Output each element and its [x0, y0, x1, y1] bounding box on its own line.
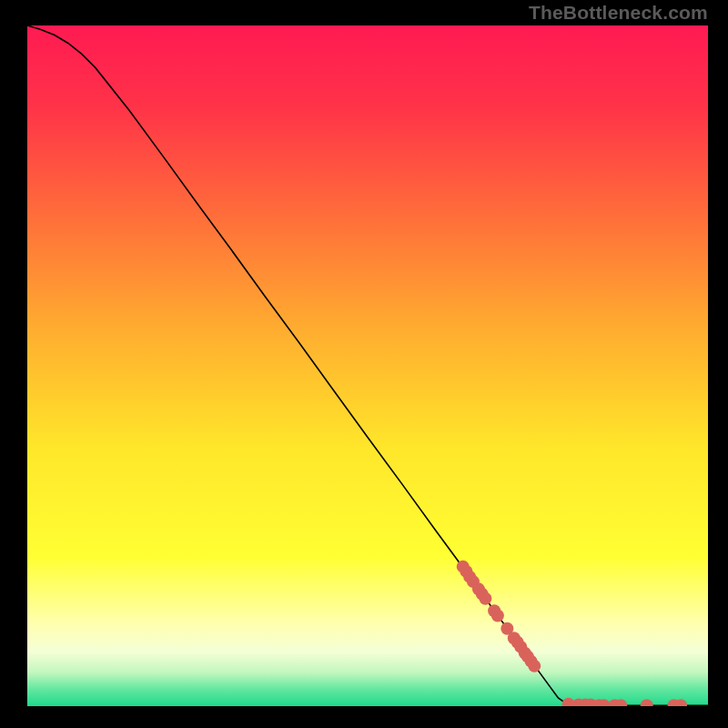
chart-svg: [27, 25, 708, 706]
data-marker: [479, 592, 491, 605]
data-marker: [528, 660, 541, 672]
attribution-text: TheBottleneck.com: [529, 2, 708, 24]
gradient-background: [27, 25, 708, 706]
data-marker: [491, 610, 504, 622]
plot-area: [27, 25, 708, 706]
chart-frame: TheBottleneck.com: [0, 0, 728, 728]
